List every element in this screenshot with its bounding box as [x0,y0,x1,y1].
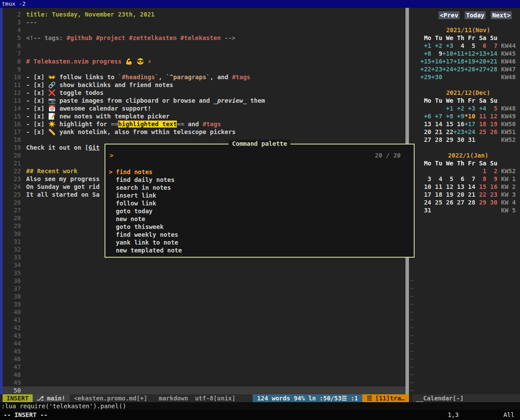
calendar-day[interactable]: +18 [453,58,464,65]
calendar-day[interactable]: 9 [431,50,442,57]
calendar-day[interactable]: 22 [442,128,453,135]
calendar-day[interactable]: 19 [442,191,453,198]
editor-line[interactable]: 36 [3,277,405,285]
calendar-day[interactable]: 26 [486,128,497,135]
editor-line[interactable]: 37 [3,285,405,292]
calendar-day[interactable]: 16 [453,121,464,128]
calendar-day[interactable]: 14 [431,121,442,128]
editor-line[interactable]: 42 [3,324,405,332]
editor-line[interactable]: 43 [3,332,405,339]
editor-line[interactable]: 6 [3,42,405,50]
calendar-day[interactable]: 28 [431,136,442,143]
palette-item[interactable]: insert link [105,192,414,199]
calendar-day[interactable]: +30 [431,74,442,81]
calendar-day[interactable]: 9 [486,175,497,182]
calendar-day[interactable]: +23 [431,66,442,73]
calendar-day[interactable]: 14 [464,183,475,190]
palette-prompt-input[interactable]: > [110,151,113,159]
editor-line[interactable]: 38 [3,292,405,300]
calendar-day[interactable]: +24 [464,128,475,135]
calendar-day[interactable]: +11 [453,50,464,57]
calendar-day[interactable]: 2 [486,168,497,175]
editor-line[interactable]: 5<!-- tags: #github #project #zettelkast… [3,34,405,42]
calendar-day[interactable]: 7 [486,42,497,49]
editor-line[interactable]: 15- [x] 📝 new notes with template picker [3,112,405,120]
editor-line[interactable]: 48 [3,371,405,379]
palette-item[interactable]: new note [105,215,414,223]
calendar-day[interactable]: +16 [431,58,442,65]
editor-line[interactable]: 11- [x] 🔗 show backlinks and friend note… [3,81,405,89]
calendar-day[interactable]: 28 [464,199,475,206]
editor-line[interactable]: 50 [3,386,405,394]
editor-line[interactable]: 9 [3,65,405,73]
palette-item[interactable]: follow link [105,199,414,207]
editor-line[interactable]: 8# Telekasten.nvim progress 💪 😎 ⚡ [3,57,405,65]
calendar-day[interactable]: 29 [475,199,486,206]
editor-line[interactable]: 34 [3,261,405,269]
palette-item[interactable]: goto today [105,207,414,215]
editor-line[interactable]: 44 [3,339,405,347]
calendar-day[interactable]: 15 [442,121,453,128]
calendar-day[interactable]: +28 [486,66,497,73]
calendar-day[interactable]: 23 [486,191,497,198]
palette-item[interactable]: yank link to note [105,239,414,246]
calendar-day[interactable]: 27 [420,136,431,143]
calendar-day[interactable]: +21 [486,58,497,65]
calendar-day[interactable]: +14 [486,50,497,57]
calendar-day[interactable]: 13 [453,183,464,190]
editor-line[interactable]: 10- [x] 👐 follow links to `#headings`, `… [3,73,405,81]
calendar-day[interactable]: +22 [420,66,431,73]
editor-line[interactable]: 7 [3,50,405,57]
calendar-day[interactable]: 11 [475,113,486,120]
editor-line[interactable]: 46 [3,355,405,363]
editor-line[interactable]: 35 [3,269,405,277]
calendar-day[interactable]: +20 [475,58,486,65]
calendar-day[interactable]: 17 [420,191,431,198]
calendar-day[interactable]: 4 [431,175,442,182]
palette-item[interactable]: find daily notes [105,176,414,184]
calendar-day[interactable]: 18 [475,121,486,128]
editor-line[interactable]: 13- [x] 📷 paste images from clipboard or… [3,97,405,104]
calendar-day[interactable]: +6 [420,113,431,120]
calendar-day[interactable]: +10 [442,50,453,57]
calendar-day[interactable]: 25 [475,128,486,135]
palette-item[interactable]: new templated note [105,246,414,254]
calendar-day[interactable]: *10 [464,113,475,120]
editor-line[interactable]: 49 [3,379,405,386]
calendar-nav-today[interactable]: Today [465,11,486,19]
calendar-day[interactable]: 4 [453,42,464,49]
calendar-day[interactable]: 20 [453,191,464,198]
calendar-day[interactable]: 21 [464,191,475,198]
editor-line[interactable]: 17- [x] ✏️ yank notelink, also from wthi… [3,128,405,136]
calendar-day[interactable]: +9 [453,113,464,120]
calendar-day[interactable]: 6 [453,175,464,182]
calendar-day[interactable]: 11 [431,183,442,190]
palette-item[interactable]: search in notes [105,184,414,192]
calendar-day[interactable]: +19 [464,58,475,65]
editor-line[interactable]: 16- [x] ☀️ highlight for ==highlighted t… [3,120,405,128]
calendar-day[interactable]: 8 [475,175,486,182]
calendar-nav-next[interactable]: Next> [491,11,512,19]
calendar-day[interactable]: 12 [442,183,453,190]
calendar-day[interactable]: 15 [475,183,486,190]
calendar-day[interactable]: 30 [486,199,497,206]
calendar-day[interactable]: 10 [420,183,431,190]
palette-item[interactable]: goto thisweek [105,223,414,231]
calendar-day[interactable]: 7 [464,175,475,182]
calendar-day[interactable]: 12 [486,113,497,120]
calendar-day[interactable]: 20 [420,128,431,135]
calendar-day[interactable]: +7 [431,113,442,120]
calendar-day[interactable]: +17 [464,121,475,128]
calendar-day[interactable]: 1 [475,168,486,175]
editor-line[interactable]: 14- [x] 📅 awesome calendar support! [3,104,405,112]
calendar-day[interactable]: 18 [431,191,442,198]
calendar-day[interactable]: 31 [464,136,475,143]
calendar-day[interactable]: +1 [420,42,431,49]
calendar-day[interactable]: +26 [464,66,475,73]
editor-line[interactable]: 18 [3,136,405,144]
calendar-day[interactable]: 27 [453,199,464,206]
calendar-day[interactable]: 26 [442,199,453,206]
calendar-day[interactable]: 13 [420,121,431,128]
calendar-day[interactable]: +8 [442,113,453,120]
palette-item[interactable]: >find notes [105,168,414,176]
